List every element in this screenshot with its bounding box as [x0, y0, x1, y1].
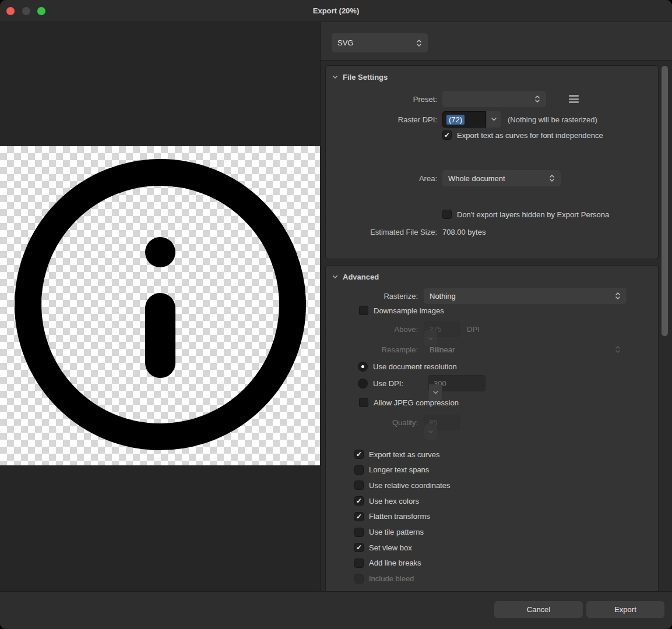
- area-select[interactable]: Whole document: [442, 170, 561, 186]
- chevron-down-icon: [424, 423, 437, 440]
- export-text-curves-font-checkbox[interactable]: ✓: [442, 130, 452, 140]
- set-view-box-label: Set view box: [369, 543, 412, 552]
- window-title: Export (20%): [0, 0, 672, 22]
- file-settings-card: File Settings Preset: Raster DPI:: [325, 65, 659, 259]
- flatten-transforms-checkbox[interactable]: ✓: [354, 512, 364, 521]
- above-dpi-combo: 375: [424, 321, 460, 337]
- dont-export-hidden-label: Don't export layers hidden by Export Per…: [457, 210, 609, 219]
- use-document-resolution-radio[interactable]: [358, 362, 368, 372]
- use-dpi-combo[interactable]: 300: [428, 375, 485, 391]
- resample-select: Bilinear: [424, 342, 627, 358]
- file-settings-header[interactable]: File Settings: [332, 73, 388, 82]
- titlebar: Export (20%): [0, 0, 672, 22]
- raster-dpi-label: Raster DPI:: [326, 115, 437, 124]
- use-relative-coordinates-checkbox[interactable]: ✓: [354, 480, 364, 490]
- use-document-resolution-label: Use document resolution: [373, 362, 457, 371]
- estimated-size-label: Estimated File Size:: [326, 228, 437, 236]
- preset-menu-button[interactable]: [569, 95, 579, 103]
- resample-select-value: Bilinear: [430, 345, 455, 354]
- advanced-title: Advanced: [343, 273, 379, 281]
- estimated-size-value: 708.00 bytes: [442, 228, 485, 236]
- quality-label: Quality:: [326, 418, 418, 427]
- check-icon: ✓: [356, 544, 362, 551]
- format-select[interactable]: SVG: [332, 33, 428, 52]
- hamburger-menu-icon: [569, 95, 579, 97]
- allow-jpeg-compression-label: Allow JPEG compression: [374, 398, 459, 407]
- advanced-card: Advanced Rasterize: Nothing ✓ Downsample…: [325, 265, 659, 613]
- chevron-up-down-icon: [534, 94, 540, 104]
- quality-combo: 85: [424, 415, 460, 430]
- use-hex-colors-checkbox[interactable]: ✓: [354, 496, 364, 506]
- raster-dpi-input[interactable]: (72): [442, 111, 486, 128]
- check-icon: ✓: [444, 132, 450, 139]
- raster-dpi-value: (72): [446, 115, 465, 125]
- chevron-up-down-icon: [615, 345, 621, 354]
- export-preview-canvas[interactable]: [0, 22, 320, 591]
- export-text-curves-font-label: Export text as curves for font independe…: [457, 131, 603, 140]
- include-bleed-checkbox[interactable]: ✓: [354, 574, 364, 584]
- use-dpi-label: Use DPI:: [373, 379, 403, 388]
- downsample-images-checkbox[interactable]: ✓: [359, 306, 368, 315]
- area-select-value: Whole document: [448, 174, 505, 183]
- raster-dpi-dropdown-button[interactable]: [487, 111, 501, 128]
- longer-text-spans-checkbox[interactable]: ✓: [354, 465, 364, 475]
- format-bar: SVG: [321, 22, 672, 61]
- rasterize-select[interactable]: Nothing: [424, 288, 627, 304]
- downsample-images-label: Downsample images: [374, 306, 444, 315]
- dialog-footer: Cancel Export: [0, 591, 672, 629]
- chevron-up-down-icon: [615, 291, 621, 301]
- file-settings-title: File Settings: [343, 73, 388, 82]
- chevron-up-down-icon: [549, 174, 555, 183]
- export-settings-panel: SVG File Settings Preset:: [320, 22, 672, 591]
- check-icon: ✓: [356, 497, 362, 504]
- use-hex-colors-label: Use hex colors: [369, 497, 419, 506]
- transparency-checkerboard: [0, 146, 320, 465]
- add-line-breaks-label: Add line breaks: [369, 559, 421, 567]
- check-icon: ✓: [356, 451, 362, 458]
- raster-dpi-combo: (72): [442, 111, 501, 128]
- preset-label: Preset:: [326, 95, 437, 104]
- flatten-transforms-label: Flatten transforms: [369, 512, 430, 521]
- chevron-down-icon: [491, 118, 497, 121]
- check-icon: ✓: [356, 513, 362, 520]
- chevron-down-icon: [332, 275, 338, 279]
- export-text-as-curves-checkbox[interactable]: ✓: [354, 450, 364, 459]
- area-label: Area:: [326, 174, 437, 183]
- use-tile-patterns-label: Use tile patterns: [369, 528, 424, 536]
- format-select-value: SVG: [337, 38, 353, 47]
- above-dpi-unit: DPI: [467, 325, 480, 334]
- preset-select[interactable]: [442, 91, 546, 107]
- set-view-box-checkbox[interactable]: ✓: [354, 543, 364, 552]
- use-relative-coordinates-label: Use relative coordinates: [369, 481, 450, 490]
- dont-export-hidden-checkbox[interactable]: ✓: [442, 210, 452, 219]
- resample-label: Resample:: [326, 345, 418, 354]
- info-icon-artwork: [0, 146, 320, 465]
- export-dialog: Export (20%) SVG File Settings: [0, 0, 672, 629]
- add-line-breaks-checkbox[interactable]: ✓: [354, 559, 364, 568]
- longer-text-spans-label: Longer text spans: [369, 465, 429, 474]
- advanced-header[interactable]: Advanced: [332, 273, 379, 281]
- include-bleed-label: Include bleed: [369, 574, 414, 583]
- allow-jpeg-compression-checkbox[interactable]: ✓: [359, 398, 368, 407]
- export-button[interactable]: Export: [586, 601, 664, 618]
- cancel-button[interactable]: Cancel: [494, 601, 583, 618]
- chevron-up-down-icon: [416, 38, 422, 48]
- above-label: Above:: [326, 325, 418, 334]
- use-dpi-radio[interactable]: [358, 379, 368, 388]
- use-tile-patterns-checkbox[interactable]: ✓: [354, 528, 364, 537]
- chevron-down-icon: [332, 75, 338, 79]
- export-text-as-curves-label: Export text as curves: [369, 450, 439, 459]
- rasterize-select-value: Nothing: [430, 292, 456, 301]
- scrollbar-thumb[interactable]: [662, 66, 668, 336]
- raster-dpi-note: (Nothing will be rasterized): [508, 115, 597, 124]
- rasterize-label: Rasterize:: [326, 292, 418, 301]
